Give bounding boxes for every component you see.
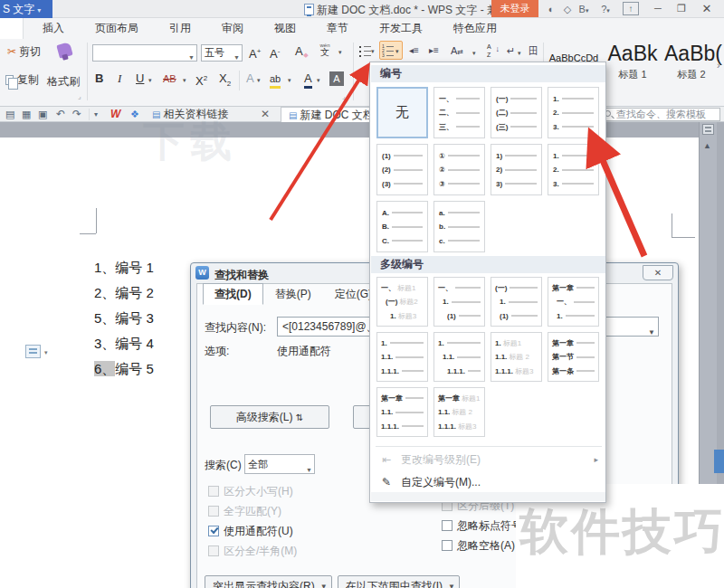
numbering-option[interactable]: 1.1.1.1.1.1.	[433, 332, 485, 382]
ruler-toggle-icon[interactable]	[702, 124, 714, 135]
numbering-option[interactable]: 一、1.(1)	[433, 277, 485, 327]
search-scope-combo[interactable]: 全部▼	[244, 454, 315, 474]
checkbox[interactable]	[442, 520, 452, 531]
numbering-option[interactable]: 第一章1.1.1.1.1.	[376, 387, 428, 437]
numbering-option[interactable]: 1.2.3.	[548, 87, 599, 138]
checkbox[interactable]	[208, 526, 219, 536]
font-name-combo[interactable]: ▼	[92, 44, 197, 62]
chevron-down-icon[interactable]: ▾	[317, 77, 320, 84]
checkbox-option[interactable]: 全字匹配(Y)	[208, 501, 297, 521]
numbering-option[interactable]: (一)(二)(三)	[491, 87, 542, 138]
dialog-bottom-button[interactable]: 突出显示查找内容(R)▼	[205, 575, 332, 588]
numbering-option[interactable]: 无	[376, 87, 428, 138]
list-item[interactable]: 5、编号 3	[94, 306, 154, 331]
char-scale-button[interactable]: A⇄	[451, 43, 463, 60]
advanced-search-button[interactable]: 高级搜索(L) ⇅	[210, 405, 329, 429]
char-shading-button[interactable]: A	[329, 71, 344, 86]
change-numbering-level-item[interactable]: ⇤更改编号级别(E)▸	[379, 450, 600, 469]
chevron-down-icon[interactable]: ▾	[44, 349, 48, 356]
close-doc-tab-icon[interactable]: ✕	[261, 107, 270, 122]
chevron-down-icon[interactable]: ▾	[518, 50, 521, 57]
print-preview-icon[interactable]: ▣	[38, 108, 47, 121]
redo-icon[interactable]: ↷	[72, 108, 81, 121]
chevron-down-icon[interactable]: ▾	[288, 77, 291, 84]
ribbon-tab[interactable]: 特色应用	[438, 18, 512, 39]
skin-icon[interactable]: ◐	[543, 2, 559, 16]
dialog-tab[interactable]: 查找(D)	[203, 283, 263, 305]
help-icon[interactable]: ?▾	[597, 2, 614, 16]
chevron-down-icon[interactable]: ▾	[338, 49, 342, 56]
copy-button[interactable]: 复制	[5, 72, 39, 88]
undo-icon[interactable]: ↶	[56, 108, 65, 121]
shield-icon[interactable]: ◇	[559, 2, 576, 16]
doc-tab-active[interactable]: ▤新建 DOC 文档	[281, 107, 382, 122]
numbering-option[interactable]: A.B.C.	[376, 201, 428, 252]
style-chip[interactable]: AaBk标题 1	[605, 40, 661, 81]
wps-menu-button[interactable]: S 文字▾	[0, 0, 52, 18]
checkbox[interactable]	[208, 506, 219, 517]
font-color-button[interactable]: A	[304, 71, 312, 89]
italic-button[interactable]: I	[118, 71, 121, 86]
strikethrough-button[interactable]: AB	[163, 71, 176, 86]
text-effect-button[interactable]: A	[246, 71, 254, 86]
decrease-indent-icon[interactable]: ◂≡	[409, 43, 419, 58]
custom-numbering-item[interactable]: ✎自定义编号(M)...	[379, 473, 600, 491]
tab-home-partial[interactable]	[0, 18, 24, 39]
style-chip[interactable]: AaBb(标题 2	[664, 40, 719, 81]
paste-options-button[interactable]	[25, 345, 41, 358]
justify-button[interactable]: ≡	[357, 72, 364, 87]
close-button[interactable]: ✕	[697, 1, 717, 16]
numbering-button[interactable]: 1 2 3 ▾	[379, 41, 403, 60]
ribbon-tab[interactable]: 引用	[154, 18, 206, 39]
table-grid-icon[interactable]: 田	[529, 43, 538, 58]
list-item[interactable]: 3、编号 4	[94, 331, 154, 356]
dialog-close-button[interactable]: ✕	[643, 265, 673, 280]
numbering-option[interactable]: 第一章标题11.1.标题 21.1.1.标题3	[433, 387, 485, 437]
bullets-button[interactable]: ▾	[357, 42, 377, 60]
login-button[interactable]: 未登录	[491, 0, 538, 17]
sort-icon[interactable]: AZ↓	[487, 43, 500, 58]
clear-format-button[interactable]: A	[295, 44, 303, 58]
bold-button[interactable]: B	[95, 71, 103, 86]
command-search-input[interactable]: 查找命令、搜索模板	[601, 108, 720, 121]
checkbox[interactable]	[442, 540, 452, 551]
ribbon-tab[interactable]: 审阅	[206, 18, 259, 39]
checkbox[interactable]	[208, 486, 219, 497]
dialog-bottom-button[interactable]: 在以下范围中查找(I)▼	[338, 575, 460, 588]
pinyin-guide-button[interactable]: wén文	[317, 43, 333, 57]
numbering-option[interactable]: (1)(2)(3)	[376, 144, 428, 195]
style-gallery-next-icon[interactable]: ›	[717, 60, 720, 71]
numbering-option[interactable]: 1.2.3.	[548, 144, 599, 195]
numbering-option[interactable]: 一、二、三、	[433, 87, 485, 138]
numbering-option[interactable]: 一、标题1(一)标题21.标题3	[376, 277, 428, 327]
increase-indent-icon[interactable]: ▸≡	[429, 43, 439, 58]
numbering-option[interactable]: 第一章一、1.	[548, 277, 599, 327]
paragraph-mark-button[interactable]: ↵	[507, 43, 515, 58]
checkbox-option[interactable]: 使用通配符(U)	[208, 521, 297, 541]
numbering-option[interactable]: 第一章第一节第一条	[548, 332, 599, 382]
ribbon-tab[interactable]: 页面布局	[80, 18, 154, 39]
chevron-down-icon[interactable]: ▾	[148, 77, 152, 84]
underline-button[interactable]: U	[136, 71, 144, 86]
print-icon[interactable]: ▦	[22, 108, 31, 121]
share-icon[interactable]: ↑	[623, 2, 639, 15]
numbering-option[interactable]: 1.1.1.1.1.1.	[376, 332, 428, 382]
ribbon-tab[interactable]: 章节	[311, 18, 364, 39]
style-chip[interactable]: AaBbCcDd	[547, 40, 601, 63]
dialog-tab[interactable]: 替换(P)	[263, 283, 323, 305]
chevron-down-icon[interactable]: ▾	[472, 50, 476, 57]
ribbon-tab[interactable]: 插入	[27, 18, 80, 39]
checkbox[interactable]	[208, 545, 219, 556]
numbering-option[interactable]: ①②③	[433, 144, 485, 195]
customize-quickbar-icon[interactable]: ▾	[94, 108, 98, 121]
numbering-option[interactable]: (一)1.(1)	[491, 277, 542, 327]
scroll-up-icon[interactable]: ▲	[703, 141, 711, 150]
list-item[interactable]: 6、编号 5	[94, 356, 154, 382]
export-pdf-icon[interactable]: ▤	[5, 108, 14, 121]
numbering-option[interactable]: 1)2)3)	[491, 144, 542, 195]
chevron-down-icon[interactable]: ▼	[648, 324, 655, 342]
maximize-button[interactable]: ❐	[672, 1, 691, 16]
numbering-option[interactable]: a.b.c.	[433, 201, 485, 252]
dialog-launcher-icon[interactable]: ⌟	[78, 92, 81, 100]
highlight-button[interactable]: ab	[270, 71, 281, 89]
